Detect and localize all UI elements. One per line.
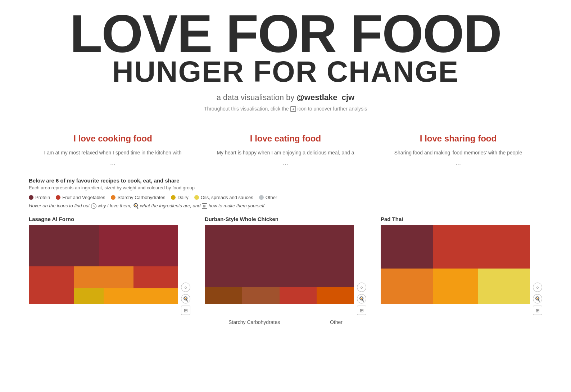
ingredients-icon-durban[interactable]: 🍳 — [357, 294, 366, 303]
ingredients-icon-padthai[interactable]: 🍳 — [533, 294, 542, 303]
legend-label-oils: Oils, spreads and sauces — [201, 195, 253, 200]
treemap-block-oils-d — [317, 287, 354, 304]
attribution-handle: @westlake_cjw — [296, 93, 354, 102]
legend-starchy: Starchy Carbohydrates — [111, 195, 165, 200]
recipe-name-lasagne: Lasagne Al Forno — [29, 216, 190, 222]
bottom-labels-center: Starchy Carbohydrates Other — [214, 319, 357, 325]
treemap-block-starchy — [74, 266, 133, 289]
legend-label-other: Other — [266, 195, 277, 200]
legend-dot-starchy — [111, 195, 115, 200]
chef-icon[interactable]: 🍳 — [133, 203, 139, 209]
treemap-block-other-p — [478, 269, 530, 304]
treemap-durban[interactable] — [205, 225, 354, 304]
recipe-icon-durban[interactable]: ⊞ — [357, 306, 366, 315]
recipe-cards-row: Lasagne Al Forno — [29, 216, 542, 315]
italic-note: Hover on the icons to find out ○ why I l… — [29, 203, 542, 209]
treemap-block-oils-p — [433, 269, 478, 304]
treemap-block-fruit — [29, 266, 74, 305]
bottom-label-padthai — [371, 319, 513, 325]
col-cooking-dots: ... — [37, 159, 189, 167]
col-sharing-dots: ... — [383, 159, 534, 167]
treemap-padthai-container — [381, 225, 530, 304]
col-sharing-title: I love sharing food — [383, 134, 534, 144]
treemap-block-oils — [104, 288, 178, 304]
recipe-visual-padthai: ○ 🍳 ⊞ — [381, 225, 542, 315]
recipe-icons-lasagne: ○ 🍳 ⊞ — [181, 225, 190, 315]
col-eating-text: My heart is happy when I am enjoying a d… — [210, 149, 361, 157]
legend-dot-protein — [29, 195, 33, 200]
treemap-block-protein — [29, 225, 99, 266]
col-cooking: I love cooking food I am at my most rela… — [37, 134, 189, 166]
why-icon-durban[interactable]: ○ — [357, 283, 366, 292]
page-wrapper: LOVE FOR FOOD HUNGER FOR CHANGE a data v… — [0, 0, 571, 332]
treemap-block-protein-d — [205, 225, 354, 287]
instruction-suffix: icon to uncover further analysis — [297, 106, 367, 112]
attribution: a data visualisation by @westlake_cjw — [14, 93, 557, 102]
legend-other: Other — [259, 195, 277, 200]
recipe-visual-durban: ○ 🍳 ⊞ — [205, 225, 366, 315]
legend-label-protein: Protein — [35, 195, 50, 200]
col-eating-title: I love eating food — [210, 134, 361, 144]
starchy-label: Starchy Carbohydrates — [228, 319, 280, 325]
instruction-prefix: Throughout this visualisation, click the — [204, 106, 289, 112]
treemap-durban-container — [205, 225, 354, 304]
col-cooking-text: I am at my most relaxed when I spend tim… — [37, 149, 189, 157]
circle-icon[interactable]: ○ — [91, 203, 96, 209]
legend-protein: Protein — [29, 195, 50, 200]
treemap-lasagne-container — [29, 225, 178, 304]
treemap-block-starchy-d — [205, 287, 242, 304]
legend-label-fruit: Fruit and Vegetables — [62, 195, 105, 200]
legend-dot-oils — [194, 195, 199, 200]
treemap-block-fruit-d — [280, 287, 317, 304]
instruction-text: Throughout this visualisation, click the… — [14, 106, 557, 112]
attribution-prefix: a data visualisation by — [217, 93, 297, 102]
treemap-block-starchy-p — [381, 269, 433, 304]
legend-dot-other — [259, 195, 264, 200]
legend-dairy: Dairy — [171, 195, 188, 200]
bottom-labels-row: Starchy Carbohydrates Other — [29, 319, 542, 325]
recipe-icon-padthai[interactable]: ⊞ — [533, 306, 542, 315]
recipe-card-padthai: Pad Thai ○ 🍳 ⊞ — [381, 216, 542, 315]
treemap-block-protein2 — [99, 225, 178, 266]
col-cooking-title: I love cooking food — [37, 134, 189, 144]
treemap-block-fruit2 — [133, 266, 178, 289]
recipe-header: Below are 6 of my favourite recipes to c… — [29, 177, 542, 184]
recipe-section: Below are 6 of my favourite recipes to c… — [0, 174, 571, 333]
recipe-name-durban: Durban-Style Whole Chicken — [205, 216, 366, 222]
main-title: LOVE FOR FOOD — [14, 7, 557, 60]
treemap-padthai[interactable] — [381, 225, 530, 304]
treemap-lasagne[interactable] — [29, 225, 178, 304]
legend-label-dairy: Dairy — [177, 195, 188, 200]
legend-dot-dairy — [171, 195, 176, 200]
legend-dot-fruit — [56, 195, 60, 200]
recipe-icons-padthai: ○ 🍳 ⊞ — [533, 225, 542, 315]
treemap-block-starchy2-d — [242, 287, 280, 304]
col-sharing: I love sharing food Sharing food and mak… — [383, 134, 534, 166]
recipe-card-lasagne: Lasagne Al Forno — [29, 216, 190, 315]
bottom-label-lasagne — [58, 319, 200, 325]
other-label: Other — [330, 319, 343, 325]
treemap-block-dairy — [74, 288, 104, 304]
recipe-visual-lasagne: ○ 🍳 ⊞ — [29, 225, 190, 315]
recipe-icons-durban: ○ 🍳 ⊞ — [357, 225, 366, 315]
treemap-block-protein-p — [381, 225, 433, 269]
col-sharing-text: Sharing food and making 'food memories' … — [383, 149, 534, 157]
three-columns: I love cooking food I am at my most rela… — [0, 123, 571, 174]
why-icon-lasagne[interactable]: ○ — [181, 283, 190, 292]
recipe-name-padthai: Pad Thai — [381, 216, 542, 222]
why-icon-padthai[interactable]: ○ — [533, 283, 542, 292]
legend: Protein Fruit and Vegetables Starchy Car… — [29, 195, 542, 200]
ingredients-icon-lasagne[interactable]: 🍳 — [181, 294, 190, 303]
grid-icon[interactable]: ⊞ — [202, 203, 207, 209]
legend-label-starchy: Starchy Carbohydrates — [117, 195, 165, 200]
treemap-block-fruit-p — [433, 225, 530, 269]
recipe-card-durban: Durban-Style Whole Chicken ○ 🍳 — [205, 216, 366, 315]
legend-oils: Oils, spreads and sauces — [194, 195, 253, 200]
recipe-subtext: Each area represents an ingredient, size… — [29, 185, 542, 190]
expand-icon[interactable]: ✦ — [290, 106, 296, 112]
col-eating: I love eating food My heart is happy whe… — [210, 134, 361, 166]
header: LOVE FOR FOOD HUNGER FOR CHANGE a data v… — [0, 0, 571, 116]
col-eating-dots: ... — [210, 159, 361, 167]
recipe-icon-lasagne[interactable]: ⊞ — [181, 306, 190, 315]
legend-fruit: Fruit and Vegetables — [56, 195, 105, 200]
